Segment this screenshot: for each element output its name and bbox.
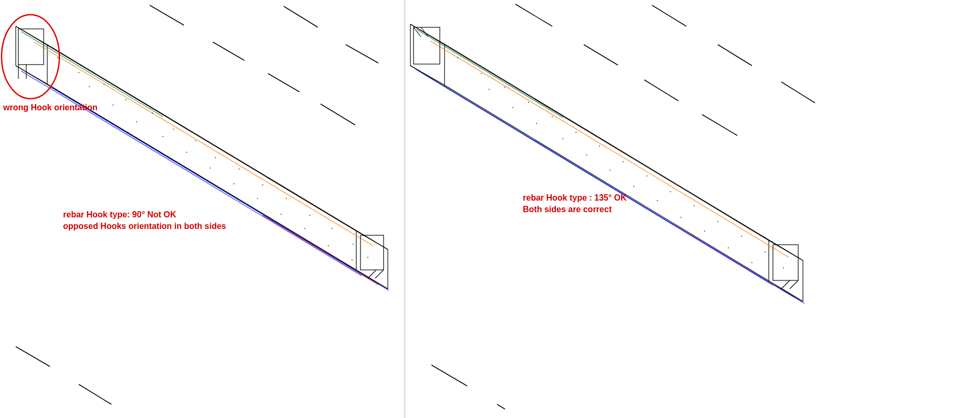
stirrups-left	[18, 29, 384, 278]
svg-line-65	[781, 82, 815, 103]
svg-point-47	[89, 86, 90, 87]
svg-line-73	[445, 44, 803, 260]
panel-right-135deg: rebar Hook type : 135° OK Both sides are…	[405, 0, 980, 418]
svg-point-57	[328, 245, 329, 246]
svg-point-104	[765, 252, 766, 253]
svg-line-30	[375, 270, 384, 278]
stirrups-right	[414, 27, 798, 289]
svg-point-107	[512, 107, 513, 108]
svg-line-13	[16, 26, 356, 231]
svg-point-54	[257, 198, 258, 199]
svg-line-90	[781, 280, 790, 289]
note-left-line2: opposed Hooks orientation in both sides	[63, 221, 226, 232]
svg-line-19	[356, 270, 388, 289]
svg-line-62	[702, 114, 737, 135]
svg-line-17	[356, 231, 388, 249]
svg-point-36	[152, 112, 153, 113]
svg-line-31	[368, 270, 376, 278]
svg-point-92	[481, 73, 482, 74]
svg-point-44	[332, 228, 333, 229]
svg-point-56	[304, 228, 305, 229]
svg-line-15	[16, 66, 356, 270]
svg-point-52	[210, 168, 211, 169]
svg-line-67	[497, 404, 505, 409]
svg-point-43	[310, 215, 311, 216]
svg-point-109	[562, 138, 563, 139]
note-left-line1: rebar Hook type: 90° Not OK	[63, 209, 226, 221]
callout-label-wrong-hook: wrong Hook orientation	[3, 103, 98, 112]
svg-line-3	[321, 104, 355, 125]
svg-line-81	[430, 41, 789, 257]
svg-line-66	[431, 365, 467, 386]
svg-point-50	[162, 136, 163, 137]
svg-line-4	[284, 6, 318, 27]
svg-point-55	[281, 214, 282, 215]
svg-line-1	[213, 42, 244, 60]
diagram-right	[405, 0, 980, 418]
svg-point-98	[623, 161, 624, 162]
svg-line-89	[790, 280, 798, 289]
hatch-dots-right	[457, 57, 784, 268]
svg-point-114	[680, 217, 682, 218]
svg-point-112	[633, 186, 634, 187]
callout-ellipse	[2, 15, 59, 99]
svg-rect-26	[18, 29, 44, 65]
svg-line-87	[421, 27, 428, 37]
svg-point-91	[457, 57, 458, 58]
svg-point-99	[646, 175, 647, 176]
beam-outline-left	[16, 26, 388, 289]
svg-point-38	[195, 140, 196, 141]
note-right-line2: Both sides are correct	[523, 204, 627, 215]
svg-point-33	[78, 72, 79, 73]
svg-point-116	[728, 247, 729, 248]
svg-point-46	[367, 257, 368, 258]
svg-point-105	[783, 267, 784, 268]
svg-point-53	[233, 183, 234, 184]
svg-line-76	[769, 241, 803, 260]
svg-point-41	[262, 184, 263, 185]
svg-point-110	[586, 154, 587, 155]
svg-point-97	[599, 145, 600, 147]
svg-point-35	[126, 99, 127, 100]
svg-line-25	[50, 87, 389, 290]
panel-left-90deg: wrong Hook orientation rebar Hook type: …	[0, 0, 405, 418]
svg-line-24	[21, 71, 362, 276]
svg-line-86	[414, 27, 421, 37]
svg-point-111	[610, 170, 611, 171]
svg-line-5	[346, 45, 378, 63]
svg-point-48	[112, 104, 114, 106]
svg-point-100	[670, 191, 671, 192]
svg-point-40	[239, 169, 240, 170]
svg-line-16	[47, 84, 388, 289]
svg-line-60	[584, 45, 618, 65]
svg-line-23	[263, 215, 378, 285]
svg-line-2	[268, 74, 300, 92]
svg-point-42	[286, 198, 287, 199]
svg-point-96	[575, 132, 576, 133]
svg-point-101	[694, 205, 695, 206]
svg-line-61	[644, 80, 678, 101]
rebar-long-left	[21, 32, 389, 290]
beam-outline-right	[410, 24, 803, 301]
svg-point-106	[489, 89, 490, 90]
note-right: rebar Hook type : 135° OK Both sides are…	[523, 192, 627, 215]
svg-point-58	[352, 259, 353, 260]
svg-point-113	[657, 200, 658, 201]
svg-point-93	[504, 87, 506, 88]
rebar-long-right	[416, 29, 804, 304]
svg-point-95	[552, 116, 553, 117]
note-left: rebar Hook type: 90° Not OK opposed Hook…	[63, 209, 226, 232]
svg-point-32	[57, 57, 58, 58]
svg-point-39	[215, 157, 216, 158]
svg-point-37	[173, 129, 174, 130]
svg-line-7	[79, 384, 111, 404]
note-right-line1: rebar Hook type : 135° OK	[523, 192, 627, 204]
svg-point-34	[104, 83, 105, 85]
svg-line-6	[16, 347, 50, 367]
svg-line-80	[417, 29, 563, 118]
svg-point-117	[751, 262, 752, 263]
svg-line-59	[515, 4, 552, 26]
svg-point-115	[704, 231, 705, 232]
svg-point-49	[136, 121, 137, 122]
svg-line-63	[652, 5, 686, 26]
